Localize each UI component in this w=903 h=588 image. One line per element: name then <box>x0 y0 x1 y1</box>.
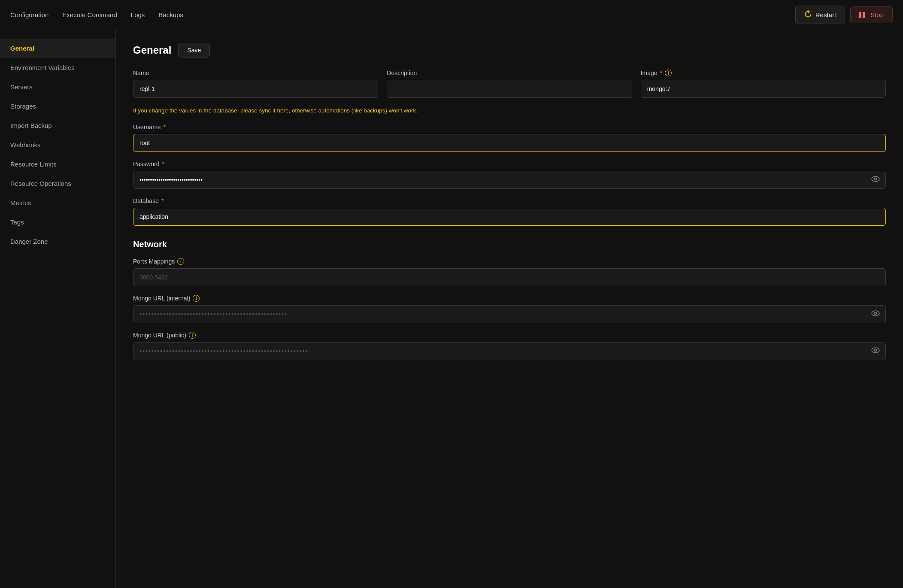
layout: General Environment Variables Servers St… <box>0 30 903 588</box>
nav-actions: Restart Stop <box>795 6 893 24</box>
nav-execute-command[interactable]: Execute Command <box>62 11 117 18</box>
ports-input[interactable] <box>133 268 886 286</box>
username-required: * <box>164 124 166 130</box>
ports-info-icon[interactable]: i <box>177 258 184 265</box>
sidebar-item-resource-operations[interactable]: Resource Operations <box>0 174 115 193</box>
network-title: Network <box>133 239 886 249</box>
password-toggle-icon[interactable] <box>871 176 880 184</box>
restart-label: Restart <box>815 11 836 18</box>
top-nav: Configuration Execute Command Logs Backu… <box>0 0 903 30</box>
mongo-internal-label: Mongo URL (internal) i <box>133 295 886 302</box>
mongo-public-label: Mongo URL (public) i <box>133 332 886 339</box>
mongo-public-group: Mongo URL (public) i <box>133 332 886 360</box>
name-group: Name <box>133 70 378 98</box>
sidebar-item-storages[interactable]: Storages <box>0 97 115 116</box>
image-input[interactable] <box>641 80 886 98</box>
nav-backups[interactable]: Backups <box>158 11 183 18</box>
svg-point-4 <box>872 348 879 353</box>
password-label: Password * <box>133 161 886 167</box>
nav-links: Configuration Execute Command Logs Backu… <box>10 11 183 18</box>
database-group: Database * <box>133 197 886 226</box>
database-required: * <box>161 197 164 204</box>
stop-icon <box>859 12 867 18</box>
sidebar-item-danger-zone[interactable]: Danger Zone <box>0 232 115 251</box>
password-group: Password * <box>133 161 886 189</box>
name-input[interactable] <box>133 80 378 98</box>
svg-point-0 <box>872 176 879 182</box>
svg-point-2 <box>872 311 879 316</box>
nav-configuration[interactable]: Configuration <box>10 11 48 18</box>
restart-button[interactable]: Restart <box>795 6 845 24</box>
mongo-public-info-icon[interactable]: i <box>189 332 196 339</box>
restart-icon <box>804 10 812 19</box>
database-input[interactable] <box>133 208 886 226</box>
mongo-public-input[interactable] <box>133 342 886 360</box>
description-label: Description <box>387 70 632 76</box>
sidebar-item-servers[interactable]: Servers <box>0 77 115 97</box>
stop-label: Stop <box>870 11 884 18</box>
mongo-internal-info-icon[interactable]: i <box>193 295 200 302</box>
image-label: Image * i <box>641 70 886 76</box>
mongo-internal-input-wrapper <box>133 305 886 323</box>
sidebar-item-env-vars[interactable]: Environment Variables <box>0 58 115 77</box>
description-input[interactable] <box>387 80 632 98</box>
image-info-icon[interactable]: i <box>665 70 672 76</box>
main-content: General Save Name Description Image * i <box>116 30 903 588</box>
mongo-internal-toggle-icon[interactable] <box>871 310 880 318</box>
mongo-public-toggle-icon[interactable] <box>871 347 880 355</box>
sidebar-item-webhooks[interactable]: Webhooks <box>0 135 115 155</box>
svg-point-3 <box>875 312 877 315</box>
sidebar: General Environment Variables Servers St… <box>0 30 116 588</box>
stop-button[interactable]: Stop <box>850 6 893 23</box>
password-input[interactable] <box>133 171 886 189</box>
sidebar-item-metrics[interactable]: Metrics <box>0 193 115 212</box>
name-label: Name <box>133 70 378 76</box>
page-title: General <box>133 44 171 56</box>
sidebar-item-resource-limits[interactable]: Resource Limits <box>0 155 115 174</box>
mongo-internal-input[interactable] <box>133 305 886 323</box>
sidebar-item-general[interactable]: General <box>0 39 115 58</box>
username-group: Username * <box>133 124 886 152</box>
svg-point-1 <box>875 178 877 180</box>
username-label: Username * <box>133 124 886 130</box>
section-header: General Save <box>133 43 886 58</box>
svg-point-5 <box>875 349 877 352</box>
sidebar-item-tags[interactable]: Tags <box>0 212 115 232</box>
database-label: Database * <box>133 197 886 204</box>
save-button[interactable]: Save <box>178 43 210 58</box>
ports-label: Ports Mappings i <box>133 258 886 265</box>
image-required: * <box>660 70 662 76</box>
username-input[interactable] <box>133 134 886 152</box>
description-group: Description <box>387 70 632 98</box>
nav-logs[interactable]: Logs <box>131 11 145 18</box>
form-row-top: Name Description Image * i <box>133 70 886 98</box>
mongo-internal-group: Mongo URL (internal) i <box>133 295 886 323</box>
mongo-public-input-wrapper <box>133 342 886 360</box>
warning-text: If you change the values in the database… <box>133 106 886 115</box>
image-group: Image * i <box>641 70 886 98</box>
ports-group: Ports Mappings i <box>133 258 886 286</box>
password-input-wrapper <box>133 171 886 189</box>
sidebar-item-import-backup[interactable]: Import Backup <box>0 116 115 135</box>
password-required: * <box>162 161 164 167</box>
